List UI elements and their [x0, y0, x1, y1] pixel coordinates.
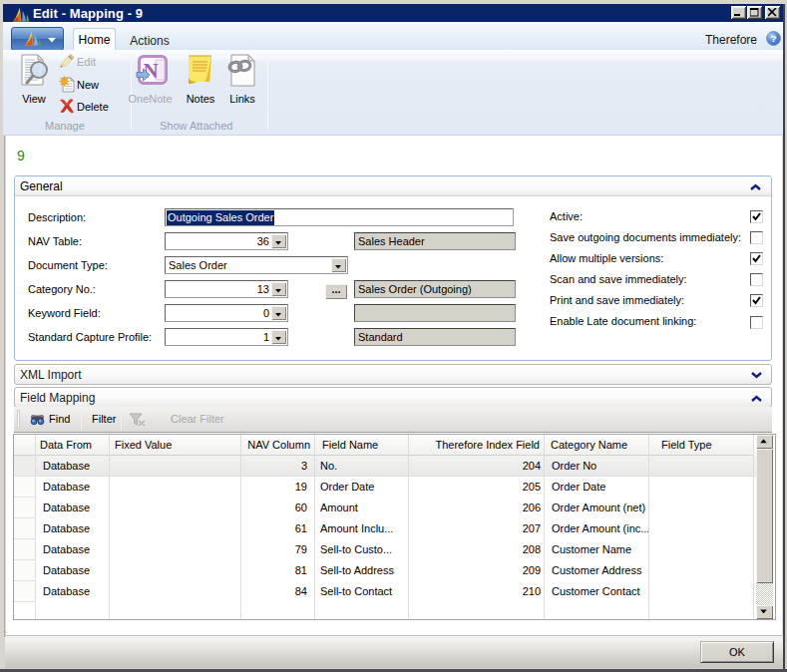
svg-text:?: ?	[770, 33, 776, 44]
